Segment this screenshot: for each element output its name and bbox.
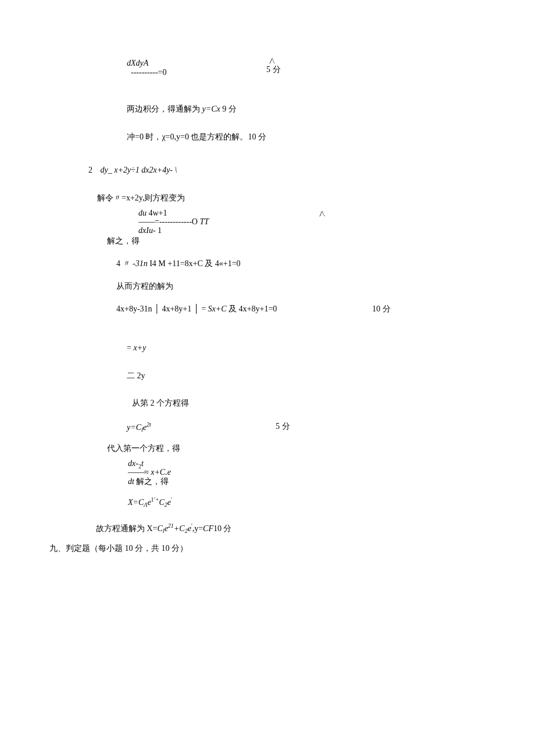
text: 故方程通解为 X=	[96, 524, 158, 533]
text: 代入第一个方程，得	[107, 444, 180, 453]
text-line: 故方程通解为 X=Cle21+C2e',y=CF10 分	[96, 521, 231, 535]
math-line: X=CΛe1'+C2e'	[128, 495, 172, 509]
score-mark: 5 分	[276, 420, 290, 432]
text: +11=8x+C 及 4«+1=0	[167, 259, 240, 268]
text: C	[158, 524, 163, 533]
text-line: 冲=0 时，χ=0,y=0 也是方程的解。10 分	[127, 131, 266, 143]
text: 5 分	[266, 65, 281, 74]
text: x+y	[133, 343, 146, 352]
math-line: 4x+8y-31n │ 4x+8y+1 │ = Sx+C 及 4x+8y+1=0	[116, 303, 277, 315]
math-line: 4 〃 -31n I4 M +11=8x+C 及 4«+1=0	[116, 257, 241, 270]
text: 10 分	[213, 524, 232, 533]
text: y=Cx	[202, 105, 220, 113]
text: ,y=	[192, 524, 203, 533]
text: dx2x+4y- \	[141, 166, 177, 174]
text: dy_ x+2y÷1	[101, 166, 140, 174]
text: TT	[199, 217, 209, 226]
text: CF	[203, 524, 213, 533]
text: 从第 2 个方程得	[132, 399, 189, 407]
annotation: 八	[319, 209, 325, 218]
score-mark: 10 分	[372, 303, 391, 315]
text-line: 代入第一个方程，得	[107, 442, 180, 454]
text: dt	[128, 477, 134, 486]
text: C	[159, 498, 165, 507]
text: 解之，得	[107, 237, 140, 245]
text: 4x+8y-31n │ 4x+8y+1 │ =	[116, 304, 206, 313]
text: 解之，得	[136, 477, 169, 486]
text-line: 从第 2 个方程得	[132, 397, 189, 409]
text: dxIu-	[138, 226, 156, 235]
text: 解令〃=x+2y,则方程变为	[97, 194, 185, 202]
text: 两边积分，得通解为	[127, 105, 200, 113]
text-line: 从而方程的解为	[116, 280, 173, 292]
text: 二 2y	[127, 371, 145, 380]
text-line: 解之，得	[107, 235, 140, 247]
text: 2	[88, 166, 92, 174]
text: '	[171, 496, 172, 503]
text: 从而方程的解为	[116, 282, 173, 291]
text: '+	[154, 496, 159, 503]
text: M	[158, 259, 165, 268]
text: 九、判定题（每小题 10 分，共 10 分）	[49, 544, 188, 553]
text: 及 4x+8y+1=0	[229, 304, 277, 313]
problem-number: 2 dy_ x+2y÷1 dx2x+4y- \	[88, 164, 177, 176]
text-line: 解令〃=x+2y,则方程变为	[97, 192, 185, 204]
text: 21	[168, 522, 174, 529]
text: 5 分	[276, 422, 290, 431]
score-mark: 5 分	[266, 63, 281, 76]
text: 1	[158, 226, 162, 235]
text-line: 两边积分，得通解为 y=Cx 9 分	[127, 103, 237, 115]
text: =	[127, 343, 131, 352]
text: +	[174, 524, 179, 533]
text: 9 分	[222, 105, 237, 113]
text: I4	[149, 259, 156, 268]
text: 4 〃	[116, 259, 131, 268]
math-denominator: dt 解之，得	[128, 475, 169, 488]
text: 2t	[147, 421, 151, 428]
math-denominator: dxIu- 1	[138, 224, 162, 237]
text-line: 二 2y	[127, 370, 145, 382]
text: 冲=0 时，χ=0,y=0 也是方程的解。10 分	[127, 132, 266, 141]
text: y=C	[127, 423, 141, 432]
math-line: y=Cle2t	[127, 420, 151, 434]
text: -31n	[133, 259, 148, 268]
text: 10 分	[372, 304, 391, 313]
text: X=C	[128, 498, 144, 507]
section-heading: 九、判定题（每小题 10 分，共 10 分）	[49, 542, 188, 554]
math-expr: ----------=0	[131, 66, 167, 78]
text: C	[179, 524, 184, 533]
text: Sx+C	[208, 304, 227, 313]
text: ----------=0	[131, 68, 167, 77]
math-line: = x+y	[127, 342, 146, 354]
text: 八	[319, 210, 325, 217]
